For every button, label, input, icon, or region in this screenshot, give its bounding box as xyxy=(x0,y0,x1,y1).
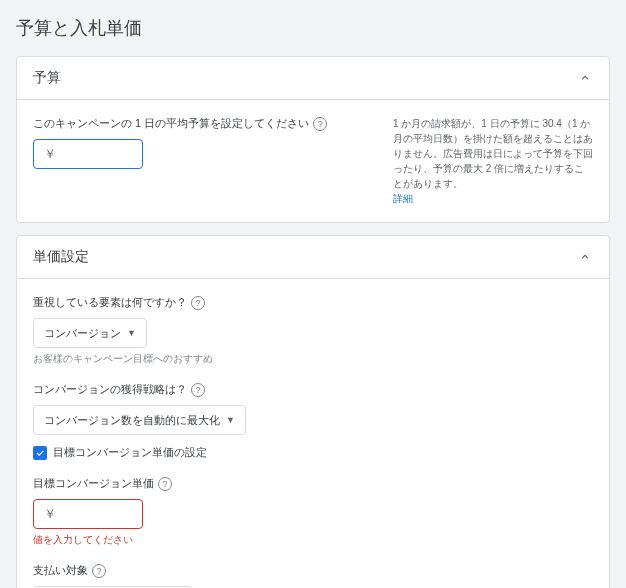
budget-title: 予算 xyxy=(33,69,61,87)
target-cpa-input[interactable]: ￥ xyxy=(33,499,143,529)
strategy-label: コンバージョンの獲得戦略は？ xyxy=(33,382,187,397)
pay-for-label: 支払い対象 xyxy=(33,563,88,578)
bidding-card: 単価設定 重視している要素は何ですか？ ? コンバージョン ▼ お客様のキャンペ… xyxy=(16,235,610,588)
details-link[interactable]: 詳細 xyxy=(393,193,413,204)
target-cpa-label: 目標コンバージョン単価 xyxy=(33,476,154,491)
chevron-up-icon xyxy=(577,70,593,86)
help-icon[interactable]: ? xyxy=(313,117,327,131)
strategy-dropdown[interactable]: コンバージョン数を自動的に最大化 ▼ xyxy=(33,405,246,435)
arrow-down-icon: ▼ xyxy=(226,415,235,425)
page-title: 予算と入札単価 xyxy=(16,16,610,40)
help-icon[interactable]: ? xyxy=(191,383,205,397)
bidding-title: 単価設定 xyxy=(33,248,89,266)
chevron-up-icon xyxy=(577,249,593,265)
currency-symbol: ￥ xyxy=(44,146,56,163)
focus-dropdown[interactable]: コンバージョン ▼ xyxy=(33,318,147,348)
budget-input[interactable]: ￥ xyxy=(33,139,143,169)
help-icon[interactable]: ? xyxy=(158,477,172,491)
currency-symbol: ￥ xyxy=(44,506,56,523)
target-cpa-error: 値を入力してください xyxy=(33,533,593,547)
target-cpa-checkbox[interactable] xyxy=(33,446,47,460)
budget-label: このキャンペーンの 1 日の平均予算を設定してください ? xyxy=(33,116,373,131)
help-icon[interactable]: ? xyxy=(191,296,205,310)
checkbox-label: 目標コンバージョン単価の設定 xyxy=(53,445,207,460)
budget-card-header[interactable]: 予算 xyxy=(17,57,609,100)
budget-card: 予算 このキャンペーンの 1 日の平均予算を設定してください ? ￥ 1 か月の… xyxy=(16,56,610,223)
bidding-card-header[interactable]: 単価設定 xyxy=(17,236,609,279)
focus-label: 重視している要素は何ですか？ xyxy=(33,295,187,310)
focus-helper: お客様のキャンペーン目標へのおすすめ xyxy=(33,352,593,366)
help-icon[interactable]: ? xyxy=(92,564,106,578)
budget-note: 1 か月の請求額が、1 日の予算に 30.4（1 か月の平均日数）を掛けた額を超… xyxy=(393,118,593,189)
arrow-down-icon: ▼ xyxy=(127,328,136,338)
